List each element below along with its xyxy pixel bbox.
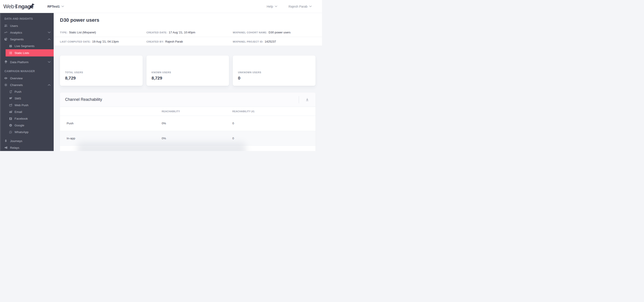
logo-arrows-e-icon [14, 4, 18, 9]
static-lists-icon [9, 51, 12, 55]
sidebar-item-label: SMS [14, 97, 21, 100]
sidebar-item-label: Channels [10, 83, 23, 87]
meta-last-computed: LAST COMPUTED DATE:19 Aug '21, 04:13pm [60, 39, 146, 44]
meta-created-by: CREATED BY:Rajesh Parab [146, 39, 233, 44]
sidebar-item-users[interactable]: Users [0, 22, 54, 29]
sidebar-item-label: WhatsApp [14, 130, 28, 134]
email-channel-icon [9, 110, 12, 114]
topbar-right: Help Rajesh Parab [266, 5, 322, 8]
google-icon: G [9, 124, 12, 127]
download-icon [305, 98, 309, 102]
sidebar-item-label: Analytics [10, 31, 22, 34]
project-selector[interactable]: RPTest1 [48, 5, 64, 8]
sidebar-item-push[interactable]: Push [0, 88, 54, 95]
data-platform-icon [4, 60, 8, 64]
meta-row-2: LAST COMPUTED DATE:19 Aug '21, 04:13pm C… [54, 37, 322, 46]
channel-reachability-panel: Channel Reachability REACHABILITY REACHA… [60, 92, 316, 151]
sidebar-item-label: Push [14, 90, 22, 93]
section-data-and-insights: DATA AND INSIGHTS [0, 17, 54, 21]
chevron-down-icon [275, 6, 277, 7]
panel-title: Channel Reachability [65, 97, 102, 102]
channels-hub-icon [4, 83, 8, 87]
stat-value: 8,729 [65, 76, 138, 81]
sidebar-item-channels[interactable]: Channels [0, 82, 54, 88]
meta-cohort-name-value: D30 power users [268, 31, 290, 34]
main-content: D30 power users TYPE:Static List (Mixpan… [54, 13, 322, 151]
channel-cell: Push [60, 122, 162, 125]
svg-text:G: G [10, 124, 12, 126]
top-bar: Webngage RPTest1 Help [0, 0, 322, 13]
sidebar-item-label: Data Platform [10, 61, 28, 64]
user-menu[interactable]: Rajesh Parab [288, 5, 312, 8]
total-users-card: TOTAL USERS 8,729 [60, 56, 143, 86]
project-name: RPTest1 [48, 5, 60, 8]
meta-cohort-name-label: MIXPANEL COHORT NAME: [233, 31, 267, 34]
meta-created-by-label: CREATED BY: [146, 40, 164, 43]
reachability-count-column-header: REACHABILITY (#) [232, 110, 316, 113]
stat-label: KNOWN USERS [152, 71, 225, 74]
webengage-logo[interactable]: Webngage [3, 3, 48, 10]
stat-value: 0 [238, 76, 311, 81]
table-row-push: Push 0% 0 [60, 116, 316, 131]
chevron-down-icon [48, 61, 50, 63]
sidebar-item-segments[interactable]: Segments [0, 36, 54, 43]
sidebar-scrollbar[interactable] [0, 13, 1, 151]
reachability-cell: 0% [162, 137, 232, 140]
sidebar-item-relays[interactable]: Relays [0, 144, 54, 151]
chevron-down-icon [309, 6, 312, 7]
web-push-channel-icon [9, 103, 12, 107]
page-header: D30 power users TYPE:Static List (Mixpan… [54, 13, 322, 46]
live-segments-icon [9, 44, 12, 48]
sidebar-item-sms[interactable]: SMS [0, 95, 54, 102]
whatsapp-icon [9, 130, 12, 134]
stat-label: TOTAL USERS [65, 71, 138, 74]
facebook-icon [9, 117, 12, 120]
meta-project-id: MIXPANEL PROJECT ID:1425237 [233, 39, 322, 44]
reachability-count-cell: 0 [232, 122, 316, 125]
sidebar-item-facebook[interactable]: Facebook [0, 115, 54, 122]
push-channel-icon [9, 90, 12, 93]
sidebar-item-label: Live Segments [14, 44, 34, 48]
users-icon [4, 24, 8, 28]
chevron-down-icon [48, 32, 50, 33]
help-label: Help [266, 5, 273, 8]
chevron-up-icon [48, 38, 50, 40]
sidebar-item-google[interactable]: G Google [0, 122, 54, 129]
segments-icon [4, 37, 8, 41]
webengage-app: Webngage RPTest1 Help [0, 0, 322, 151]
sidebar-item-web-push[interactable]: Web Push [0, 102, 54, 108]
sidebar-item-email[interactable]: Email [0, 108, 54, 115]
reachability-column-header: REACHABILITY [162, 110, 232, 113]
table-header-row: REACHABILITY REACHABILITY (#) [60, 107, 316, 116]
sidebar-item-label: Journeys [10, 139, 22, 143]
panel-header: Channel Reachability [60, 92, 316, 107]
sidebar-item-label: Web Push [14, 103, 28, 107]
meta-type: TYPE:Static List (Mixpanel) [60, 30, 146, 34]
sidebar: DATA AND INSIGHTS Users Analytics Segmen… [0, 13, 54, 151]
meta-type-label: TYPE: [60, 31, 68, 34]
sidebar-item-whatsapp[interactable]: WhatsApp [0, 129, 54, 135]
known-users-card: KNOWN USERS 8,729 [146, 56, 229, 86]
user-name: Rajesh Parab [288, 5, 308, 8]
download-button[interactable] [304, 97, 310, 103]
meta-type-value: Static List (Mixpanel) [69, 31, 96, 34]
stat-label: UNKNOWN USERS [238, 71, 311, 74]
sidebar-item-journeys[interactable]: Journeys [0, 137, 54, 144]
meta-project-id-label: MIXPANEL PROJECT ID: [233, 40, 264, 43]
sidebar-item-label: Google [14, 124, 24, 127]
eye-icon [4, 76, 8, 80]
sidebar-item-data-platform[interactable]: Data Platform [0, 59, 54, 65]
sidebar-item-live-segments[interactable]: Live Segments [0, 43, 54, 49]
section-campaign-manager: CAMPAIGN MANAGER [0, 69, 54, 73]
meta-created-by-value: Rajesh Parab [165, 40, 183, 43]
sidebar-item-static-lists[interactable]: Static Lists [6, 49, 54, 56]
sidebar-item-label: Static Lists [14, 51, 29, 55]
help-menu[interactable]: Help [266, 5, 277, 8]
rocket-icon [4, 139, 8, 143]
sidebar-item-overview[interactable]: Overview [0, 75, 54, 82]
meta-last-computed-value: 19 Aug '21, 04:13pm [92, 40, 119, 43]
meta-cohort-name: MIXPANEL COHORT NAME:D30 power users [233, 30, 322, 34]
sidebar-item-analytics[interactable]: Analytics [0, 29, 54, 36]
meta-row-1: TYPE:Static List (Mixpanel) CREATED DATE… [54, 28, 322, 37]
page-title: D30 power users [54, 13, 322, 23]
